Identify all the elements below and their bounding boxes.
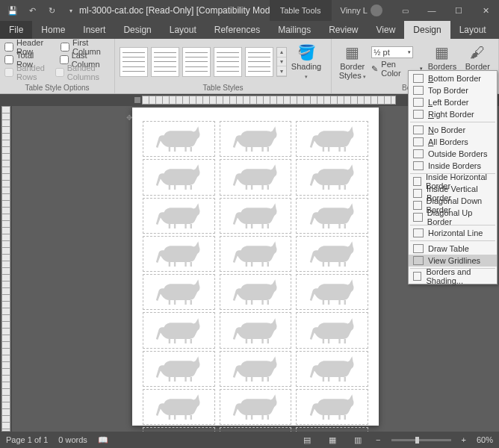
- word-count[interactable]: 0 words: [58, 435, 87, 444]
- tab-home[interactable]: Home: [32, 21, 74, 39]
- borders-menu-item[interactable]: Bottom Border: [409, 72, 497, 84]
- label-cell[interactable]: [296, 198, 368, 234]
- label-cell[interactable]: [143, 236, 215, 272]
- tell-me[interactable]: 💡Tell me: [495, 21, 499, 39]
- label-cell[interactable]: [143, 274, 215, 310]
- borders-menu-item[interactable]: Draw Table: [409, 243, 497, 255]
- cat-silhouette-icon: [228, 240, 283, 267]
- table-style-thumb[interactable]: [182, 47, 211, 77]
- border-item-icon: [413, 201, 422, 210]
- tab-review[interactable]: Review: [320, 21, 367, 39]
- borders-menu-item[interactable]: Diagonal Up Border: [409, 211, 497, 223]
- ruler-track[interactable]: [142, 96, 396, 105]
- label-cell[interactable]: [296, 389, 368, 425]
- menu-item-label: Diagonal Up Border: [427, 208, 492, 226]
- tab-view[interactable]: View: [368, 21, 405, 39]
- table-style-thumb[interactable]: [245, 47, 273, 77]
- menu-item-label: Outside Borders: [428, 149, 487, 158]
- page-indicator[interactable]: Page 1 of 1: [6, 435, 48, 444]
- save-icon[interactable]: 💾: [4, 2, 21, 19]
- close-icon[interactable]: ✕: [472, 0, 499, 21]
- qat-customize-icon[interactable]: ▾: [63, 2, 79, 19]
- tab-table-layout[interactable]: Layout: [450, 21, 495, 39]
- menu-item-label: Bottom Border: [428, 74, 481, 83]
- read-mode-icon[interactable]: ▤: [300, 434, 314, 446]
- cat-silhouette-icon: [305, 164, 360, 190]
- web-layout-icon[interactable]: ▥: [350, 434, 365, 446]
- zoom-in-icon[interactable]: +: [462, 435, 466, 444]
- tab-design[interactable]: Design: [114, 21, 160, 39]
- border-painter-icon: 🖌: [470, 44, 485, 60]
- table-move-handle-icon[interactable]: ✥: [126, 113, 132, 122]
- table-style-thumb[interactable]: [214, 47, 242, 77]
- zoom-level[interactable]: 60%: [477, 435, 493, 444]
- proofing-icon[interactable]: 📖: [98, 435, 108, 445]
- ruler-corner: [134, 97, 140, 103]
- page[interactable]: ✥: [132, 108, 379, 426]
- label-cell[interactable]: [143, 351, 215, 387]
- label-cell[interactable]: [220, 159, 292, 195]
- chk-banded-cols[interactable]: Banded Columns: [55, 66, 110, 78]
- label-cell[interactable]: [296, 236, 368, 272]
- chk-banded-rows[interactable]: Banded Rows: [4, 66, 51, 78]
- menu-item-label: Borders and Shading...: [426, 267, 492, 285]
- label-cell[interactable]: [296, 121, 368, 157]
- borders-menu-item[interactable]: Outside Borders: [409, 148, 497, 160]
- label-cell[interactable]: [296, 351, 368, 387]
- borders-menu-item[interactable]: Borders and Shading...: [409, 270, 497, 282]
- tab-references[interactable]: References: [205, 21, 269, 39]
- label-cell[interactable]: [143, 312, 215, 348]
- label-cell[interactable]: [220, 351, 292, 387]
- menu-item-label: Horizontal Line: [428, 228, 483, 237]
- maximize-icon[interactable]: ☐: [445, 0, 472, 21]
- label-cell[interactable]: [220, 312, 292, 348]
- pen-icon: ✎: [371, 64, 378, 74]
- tab-file[interactable]: File: [0, 21, 32, 39]
- user-account[interactable]: Vinny L: [332, 4, 392, 16]
- label-cell[interactable]: [220, 121, 292, 157]
- menu-item-label: Top Border: [428, 86, 468, 95]
- label-cell[interactable]: [143, 389, 215, 425]
- label-cell[interactable]: [143, 159, 215, 195]
- tab-layout[interactable]: Layout: [161, 21, 205, 39]
- label-cell[interactable]: [296, 159, 368, 195]
- borders-menu-item[interactable]: View Gridlines: [409, 255, 497, 267]
- border-item-icon: [413, 272, 421, 281]
- borders-menu-item[interactable]: No Border: [409, 124, 497, 136]
- paint-bucket-icon: 🪣: [297, 44, 316, 60]
- tab-insert[interactable]: Insert: [74, 21, 114, 39]
- label-cell[interactable]: [220, 274, 292, 310]
- group-table-styles: ▴▾▾ 🪣Shading Table Styles: [115, 39, 332, 93]
- ribbon-options-icon[interactable]: ▭: [391, 0, 418, 21]
- label-cell[interactable]: [220, 236, 292, 272]
- label-cell[interactable]: [143, 198, 215, 234]
- borders-menu-item[interactable]: All Borders: [409, 136, 497, 148]
- tab-table-design[interactable]: Design: [404, 21, 450, 39]
- tab-mailings[interactable]: Mailings: [269, 21, 320, 39]
- borders-menu-item[interactable]: Top Border: [409, 84, 497, 96]
- zoom-out-icon[interactable]: −: [376, 435, 380, 444]
- cat-silhouette-icon: [228, 393, 283, 420]
- table-style-thumb[interactable]: [120, 47, 148, 77]
- table-style-thumb[interactable]: [151, 47, 179, 77]
- label-cell[interactable]: [143, 121, 215, 157]
- cat-silhouette-icon: [228, 355, 283, 382]
- zoom-slider[interactable]: [391, 439, 451, 441]
- print-layout-icon[interactable]: ▦: [325, 434, 340, 446]
- border-styles-button[interactable]: ▦Border Styles: [336, 41, 368, 83]
- borders-menu-item[interactable]: Right Border: [409, 108, 497, 120]
- minimize-icon[interactable]: —: [418, 0, 445, 21]
- borders-menu: Bottom BorderTop BorderLeft BorderRight …: [408, 70, 498, 284]
- label-cell[interactable]: [220, 198, 292, 234]
- label-cell[interactable]: [296, 312, 368, 348]
- border-width-select[interactable]: ½ pt▾: [371, 46, 413, 58]
- redo-icon[interactable]: ↻: [43, 2, 60, 19]
- borders-menu-item[interactable]: Inside Borders: [409, 160, 497, 172]
- table-styles-more[interactable]: ▴▾▾: [276, 47, 287, 77]
- shading-button[interactable]: 🪣Shading: [290, 41, 323, 83]
- label-cell[interactable]: [220, 389, 292, 425]
- borders-menu-item[interactable]: Left Border: [409, 96, 497, 108]
- undo-icon[interactable]: ↶: [24, 2, 40, 19]
- label-cell[interactable]: [296, 274, 368, 310]
- borders-menu-item[interactable]: Horizontal Line: [409, 227, 497, 239]
